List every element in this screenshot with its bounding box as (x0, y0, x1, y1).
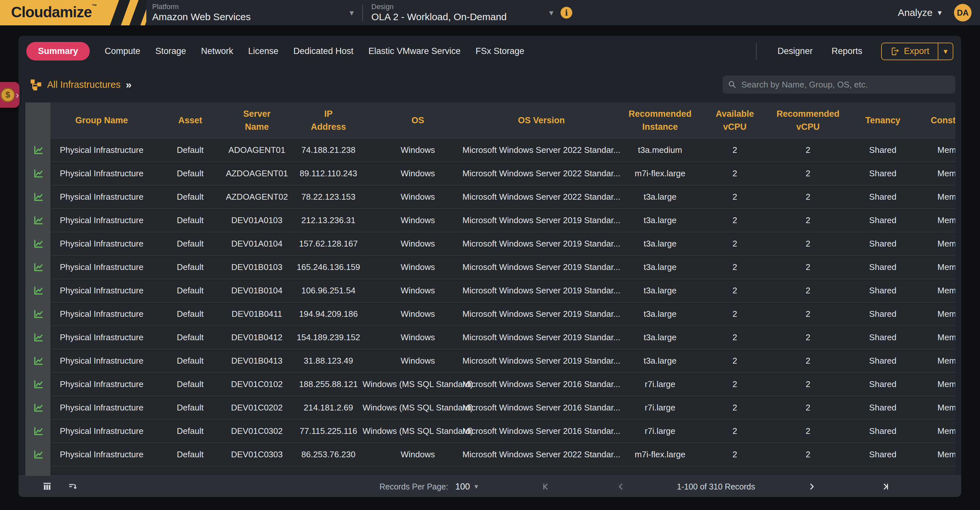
row-chart-button[interactable] (25, 256, 50, 279)
row-chart-button[interactable] (25, 373, 50, 396)
cell-available_vcpu: 2 (702, 373, 767, 396)
column-settings-button[interactable] (42, 482, 52, 491)
platform-select[interactable]: Platform Amazon Web Services ▾ (152, 0, 354, 26)
line-chart-icon (32, 332, 44, 343)
tab-network[interactable]: Network (201, 46, 233, 56)
tabs-divider (756, 43, 757, 60)
cell-instance: r7i.large (618, 396, 702, 419)
nav-designer[interactable]: Designer (778, 46, 813, 56)
row-chart-button[interactable] (25, 185, 50, 209)
cell-os: Windows (371, 256, 465, 279)
row-chart-button[interactable] (25, 162, 50, 185)
column-header-instance[interactable]: Recommended Instance (618, 102, 702, 138)
breadcrumb-expand-icon[interactable]: » (126, 79, 132, 91)
cell-instance: t3a.large (618, 349, 702, 373)
column-header-recommended_vcpu[interactable]: Recommended vCPU (767, 102, 849, 138)
line-chart-icon (32, 238, 44, 249)
column-header-available_vcpu[interactable]: Available vCPU (702, 102, 767, 138)
cell-constraint: Memory (917, 303, 955, 325)
export-button[interactable]: Export (882, 43, 938, 59)
table-row[interactable]: Physical InfrastructureDefaultDEV01A0103… (25, 209, 955, 232)
row-chart-button[interactable] (25, 279, 50, 302)
cell-asset: Default (153, 185, 228, 209)
table-row[interactable]: Physical InfrastructureDefaultAZDOAGENT0… (25, 185, 955, 209)
analyze-menu[interactable]: Analyze ▾ (898, 7, 942, 18)
first-page-button[interactable] (541, 482, 551, 491)
tab-license[interactable]: License (248, 46, 278, 56)
row-chart-button[interactable] (25, 419, 50, 443)
table-row[interactable]: Physical InfrastructureDefaultDEV01C0303… (25, 443, 955, 466)
file-export-icon (890, 47, 899, 56)
column-header-asset[interactable]: Asset (153, 102, 228, 138)
column-header-group[interactable]: Group Name (50, 102, 153, 138)
cell-os: Windows (371, 303, 465, 325)
tab-dedicated-host[interactable]: Dedicated Host (293, 46, 353, 56)
nav-reports[interactable]: Reports (831, 46, 862, 56)
cloudamize-logo[interactable]: Cloudamize™ (0, 0, 146, 26)
tab-storage[interactable]: Storage (156, 46, 186, 56)
table-row[interactable]: Physical InfrastructureDefaultADOAGENT01… (25, 138, 955, 162)
tab-compute[interactable]: Compute (105, 46, 140, 56)
column-header-server[interactable]: Server Name (228, 102, 286, 138)
next-page-button[interactable] (807, 482, 816, 491)
row-chart-button[interactable] (25, 443, 50, 466)
table-row[interactable]: Physical InfrastructureDefaultAZDOAGENT0… (25, 162, 955, 185)
line-chart-icon (32, 309, 44, 320)
cell-instance: t3a.large (618, 209, 702, 232)
row-wrap-button[interactable] (68, 482, 78, 491)
row-chart-button[interactable] (25, 209, 50, 232)
cell-os: Windows (371, 139, 465, 162)
info-icon[interactable]: i (560, 7, 572, 19)
cell-tenancy: Shared (849, 232, 917, 255)
table-row[interactable]: Physical InfrastructureDefaultDEV01B0104… (25, 279, 955, 302)
export-dropdown-button[interactable]: ▾ (938, 43, 953, 59)
avatar[interactable]: DA (954, 4, 972, 21)
cell-recommended_vcpu: 2 (767, 279, 849, 302)
cell-constraint: Memory (917, 326, 955, 349)
tab-summary[interactable]: Summary (26, 42, 90, 61)
tab-elastic-vmware-service[interactable]: Elastic VMware Service (368, 46, 461, 56)
table-row[interactable]: Physical InfrastructureDefaultDEV01B0103… (25, 255, 955, 279)
column-header-os[interactable]: OS (371, 102, 465, 138)
breadcrumb-all-infrastructures[interactable]: All Infrastructures (47, 80, 121, 90)
table-row[interactable]: Physical InfrastructureDefaultDEV01C0302… (25, 419, 955, 443)
design-select[interactable]: Design OLA 2 - Workload, On-Demand ▾ (371, 0, 554, 26)
chevron-down-icon: ▾ (943, 47, 948, 56)
cell-group: Physical Infrastructure (50, 162, 153, 185)
cell-instance: t3a.large (618, 185, 702, 209)
column-header-os_version[interactable]: OS Version (465, 102, 618, 138)
main-panel: SummaryComputeStorageNetworkLicenseDedic… (19, 36, 961, 497)
records-per-page-value[interactable]: 100 (455, 481, 470, 491)
table-row[interactable]: Physical InfrastructureDefaultDEV01B0412… (25, 325, 955, 349)
cell-instance: r7i.large (618, 373, 702, 396)
row-chart-button[interactable] (25, 326, 50, 349)
row-chart-button[interactable] (25, 349, 50, 373)
row-chart-button[interactable] (25, 303, 50, 325)
table-row[interactable]: Physical InfrastructureDefaultDEV01B0413… (25, 349, 955, 373)
platform-label: Platform (152, 3, 341, 11)
search-input[interactable] (741, 80, 950, 90)
previous-page-button[interactable] (616, 482, 626, 491)
row-chart-button[interactable] (25, 232, 50, 255)
chevron-down-icon[interactable]: ▾ (474, 482, 478, 491)
tab-fsx-storage[interactable]: FSx Storage (476, 46, 525, 56)
table-row[interactable]: Physical InfrastructureDefaultDEV01C0202… (25, 396, 955, 419)
table-row[interactable]: Physical InfrastructureDefaultDEV01A0104… (25, 232, 955, 255)
cell-group: Physical Infrastructure (50, 209, 153, 232)
cell-instance: t3a.large (618, 256, 702, 279)
row-chart-button[interactable] (25, 139, 50, 162)
cell-ip: 165.246.136.159 (286, 256, 371, 279)
column-header-tenancy[interactable]: Tenancy (849, 102, 917, 138)
column-header-constraint[interactable]: Constraint (917, 102, 955, 138)
cell-server: DEV01B0104 (228, 279, 286, 302)
column-header-ip[interactable]: IP Address (286, 102, 371, 138)
table-row[interactable]: Physical InfrastructureDefaultDEV01C0102… (25, 373, 955, 396)
table-row[interactable]: Physical InfrastructureDefaultDEV01B0411… (25, 302, 955, 325)
last-page-button[interactable] (880, 482, 890, 491)
cell-constraint: Memory (917, 232, 955, 255)
cell-server: AZDOAGENT01 (228, 162, 286, 185)
row-chart-button[interactable] (25, 396, 50, 419)
cost-side-tab[interactable]: $ › (0, 82, 19, 108)
cell-os: Windows (371, 349, 465, 373)
cell-available_vcpu: 2 (702, 443, 767, 466)
